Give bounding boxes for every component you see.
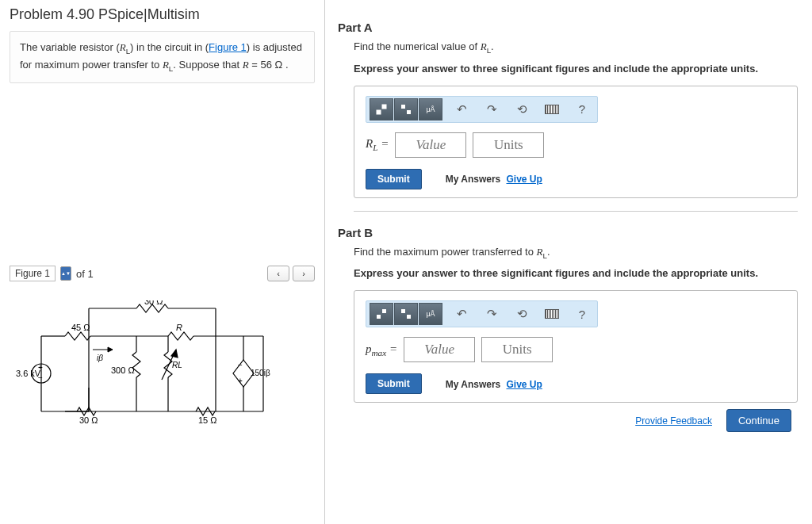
part-a-title: Part A [338,21,799,34]
svg-text:RL: RL [172,361,182,369]
help-button[interactable]: ? [570,303,594,325]
svg-rect-44 [382,105,386,109]
svg-rect-50 [407,315,411,319]
var-R: R [120,41,126,53]
ans-var: R [366,137,373,150]
submit-button[interactable]: Submit [366,169,422,189]
keyboard-icon [545,309,559,319]
prompt-var: R [481,40,487,52]
figure-spinner[interactable]: ▲▼ [60,266,71,281]
var-Rsym: R [243,59,249,71]
ans-eq: = [377,137,389,150]
redo-button[interactable]: ↷ [480,98,504,120]
svg-text:R: R [176,323,182,332]
svg-text:−: − [38,373,43,382]
desc-text: . Suppose that [173,59,242,71]
section-divider [354,211,798,212]
svg-text:+: + [38,363,43,372]
var-R2: R [163,59,169,71]
answer-variable: RL = [366,137,389,152]
svg-rect-49 [401,309,405,313]
keyboard-button[interactable] [540,303,564,325]
svg-rect-46 [407,110,411,114]
template-button-1[interactable] [370,98,393,120]
part-a-instructions: Express your answer to three significant… [354,63,799,75]
svg-text:30 Ω: 30 Ω [144,300,163,306]
redo-button[interactable]: ↷ [480,303,504,325]
provide-feedback-link[interactable]: Provide Feedback [635,415,712,426]
ans-var-b: p [366,342,372,355]
svg-text:+: + [238,377,243,385]
part-a-answer-box: μÅ ↶ ↷ ⟲ ? RL = Submit My Answers Give U… [354,86,798,198]
give-up-link[interactable]: Give Up [507,174,542,185]
template-button-2[interactable] [394,98,418,120]
units-input-b[interactable] [481,337,553,362]
symbols-button[interactable]: μÅ [419,98,442,120]
R-value: = 56 Ω . [249,59,289,71]
desc-text: ) in the circuit in ( [130,41,209,53]
figure-link[interactable]: Figure 1 [209,41,247,53]
part-b-title: Part B [338,226,799,239]
submit-button-b[interactable]: Submit [366,373,422,394]
answer-toolbar-b: μÅ ↶ ↷ ⟲ ? [366,300,598,327]
problem-description: The variable resistor (RL) in the circui… [10,31,315,83]
circuit-diagram: 3.6 kV + − 30 Ω 45 Ω 30 Ω 300 Ω R RL 15 … [10,300,279,427]
svg-text:iβ: iβ [97,354,103,362]
ans-eq-b: = [386,342,397,355]
units-input[interactable] [473,132,544,158]
template-button-2[interactable] [394,303,418,325]
desc-text: The variable resistor ( [20,41,120,53]
answer-variable-b: pmax = [366,342,397,358]
problem-title: Problem 4.90 PSpice|Multisim [10,6,315,23]
my-answers-label-b: My Answers [446,379,501,390]
reset-button[interactable]: ⟲ [510,303,534,325]
figure-count: of 1 [76,268,94,280]
svg-rect-43 [377,110,381,114]
svg-text:150iβ: 150iβ [251,369,270,377]
symbols-button[interactable]: μÅ [419,303,442,325]
help-button[interactable]: ? [570,98,594,120]
svg-text:45 Ω: 45 Ω [71,323,90,332]
svg-text:−: − [238,361,243,369]
svg-text:30 Ω: 30 Ω [79,415,98,425]
svg-text:300 Ω: 300 Ω [111,365,135,375]
keyboard-icon [545,105,559,114]
reset-button[interactable]: ⟲ [510,98,534,120]
prompt-text: Find the numerical value of [354,40,481,52]
undo-button[interactable]: ↶ [450,98,473,120]
answer-toolbar: μÅ ↶ ↷ ⟲ ? [366,96,598,123]
my-answers-label: My Answers [446,174,501,185]
svg-rect-47 [377,315,381,319]
part-b-instructions: Express your answer to three significant… [354,267,799,279]
figure-toolbar: Figure 1 ▲▼ of 1 ‹ › [10,266,315,281]
prompt-text: Find the maximum power transferred to [354,246,536,258]
keyboard-button[interactable] [540,98,564,120]
value-input-b[interactable] [404,337,475,362]
prompt-end: . [547,246,550,258]
figure-prev-button[interactable]: ‹ [267,266,289,281]
figure-next-button[interactable]: › [293,266,315,281]
svg-rect-48 [382,309,386,313]
prompt-end: . [491,40,494,52]
svg-rect-45 [401,105,405,109]
give-up-link-b[interactable]: Give Up [507,379,542,390]
svg-text:15 Ω: 15 Ω [198,415,217,425]
part-b-prompt: Find the maximum power transferred to RL… [354,246,799,260]
continue-button[interactable]: Continue [726,409,791,432]
template-button-1[interactable] [370,303,393,325]
value-input[interactable] [395,132,466,158]
figure-label: Figure 1 [10,266,56,281]
part-a-prompt: Find the numerical value of RL. [354,40,799,55]
svg-marker-28 [108,347,113,352]
undo-button[interactable]: ↶ [450,303,473,325]
svg-marker-17 [171,350,178,358]
ans-var-sub-b: max [372,348,387,358]
part-b-answer-box: μÅ ↶ ↷ ⟲ ? pmax = Submit My Answers Give… [354,290,798,403]
